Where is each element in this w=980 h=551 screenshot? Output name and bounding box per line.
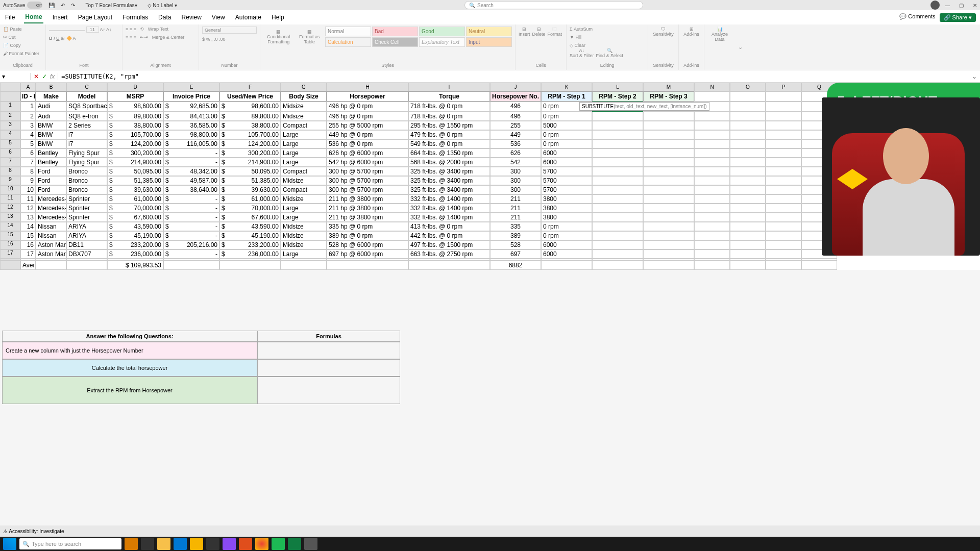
cell-hp[interactable]: 626 hp @ 6000 rpm [327,148,408,158]
cell-body[interactable]: Midsize [281,102,327,112]
row-header[interactable]: 6 [0,148,20,158]
taskbar-app-5[interactable] [190,538,203,550]
cell-make[interactable]: Bentley [36,158,66,167]
cell-hp[interactable]: 496 hp @ 0 rpm [327,112,408,121]
sort-filter-button[interactable]: A↓Sort & Filter [570,48,594,58]
cell-rpm1[interactable]: 5700 [541,185,592,194]
cell-empty[interactable] [730,91,766,102]
cell-empty[interactable] [730,112,766,121]
cell-empty[interactable] [766,91,801,102]
tab-pagelayout[interactable]: Page Layout [77,12,113,23]
cell-body[interactable]: Midsize [281,231,327,240]
autosave-control[interactable]: AutoSave Off [3,2,42,9]
cell-styles-gallery[interactable]: Normal Bad Good Neutral Calculation Chec… [325,27,512,47]
cell-empty[interactable] [766,261,801,270]
cell-empty[interactable] [541,261,592,270]
cell-usednew[interactable]: $300,200.00 [219,148,281,158]
row-header[interactable]: 9 [0,176,20,185]
table-header[interactable]: Torque [408,91,490,102]
tab-help[interactable]: Help [271,12,285,23]
cell-make[interactable]: BMW [36,139,66,148]
cell-invoice[interactable]: $38,640.00 [163,185,219,194]
worksheet-grid[interactable]: ABCDEFGHIJKLMNOPQID - KeyMakeModelMSRPIn… [0,83,980,270]
cell-empty[interactable] [730,102,766,112]
cell-hpn[interactable]: 211 [490,213,541,222]
cell-rpm1[interactable]: 0 rpm [541,112,592,121]
row-header[interactable]: 4 [0,130,20,139]
cell-rpm2[interactable] [592,112,643,121]
table-header[interactable]: RPM - Step 1 [541,91,592,102]
fill-button[interactable]: ▼ Fill [570,35,645,40]
merge-button[interactable]: ≡ ≡ ≡ ⇤⇥ Merge & Center [126,35,195,40]
cell-id[interactable]: 13 [20,213,36,222]
cell-hpn[interactable]: 389 [490,231,541,240]
cell-rpm2[interactable] [592,130,643,139]
cell-torque[interactable]: 718 ft-lbs. @ 0 rpm [408,102,490,112]
tab-automate[interactable]: Automate [234,12,262,23]
cell-id[interactable]: 17 [20,249,36,259]
cell-rpm3[interactable] [643,176,694,185]
cell-empty[interactable] [801,261,837,270]
cell-usednew[interactable]: $124,200.00 [219,139,281,148]
cell-empty[interactable] [766,204,801,213]
cell-rpm3[interactable] [643,112,694,121]
cell-id[interactable]: 12 [20,204,36,213]
column-header-M[interactable]: M [643,83,694,91]
column-header-A[interactable]: A [20,83,36,91]
cell-msrp[interactable]: 70,000.00 [107,204,163,213]
cell-torque[interactable]: 663 ft-lbs. @ 2750 rpm [408,249,490,259]
cell-make[interactable]: Ford [36,176,66,185]
column-header-I[interactable]: I [408,83,490,91]
cell-empty[interactable] [730,249,766,259]
cell-msrp[interactable]: 124,200.00 [107,139,163,148]
cell-make[interactable]: Mercedes- [36,213,66,222]
cell-rpm2[interactable] [592,176,643,185]
cell-empty[interactable] [730,176,766,185]
comments-button[interactable]: 💬 Comments [899,13,935,22]
cell-body[interactable]: Compact [281,167,327,176]
style-normal[interactable]: Normal [325,27,371,36]
cell-msrp[interactable]: 43,590.00 [107,222,163,231]
conditional-formatting-button[interactable]: ▦Conditional Formatting [263,29,293,44]
cell-id[interactable]: 16 [20,240,36,249]
answer-2[interactable] [257,359,400,377]
cell-empty[interactable] [592,261,643,270]
cell-empty[interactable] [766,102,801,112]
cell-empty[interactable] [694,139,730,148]
autosave-toggle[interactable]: Off [27,2,42,9]
cell-hpn[interactable]: 528 [490,240,541,249]
cell-rpm1[interactable]: 3800 [541,204,592,213]
cell-rpm1[interactable]: 5700 [541,176,592,185]
cell-empty[interactable] [694,158,730,167]
format-painter-button[interactable]: 🖌 Format Painter [3,51,42,56]
cancel-icon[interactable]: ✕ [34,73,39,80]
column-header-C[interactable]: C [66,83,107,91]
row-header[interactable]: 8 [0,167,20,176]
cell-body[interactable]: Compact [281,185,327,194]
cell-empty[interactable] [766,158,801,167]
maximize-button[interactable]: ▢ [959,3,964,8]
cell-body[interactable]: Large [281,213,327,222]
cell-rpm2[interactable] [592,231,643,240]
row-header[interactable]: 2 [0,112,20,121]
cell-model[interactable]: ARIYA [66,222,107,231]
cell-rpm3[interactable] [643,240,694,249]
cell-empty[interactable] [163,261,219,270]
cell-empty[interactable] [730,158,766,167]
cell-rpm1[interactable]: 6000 [541,249,592,259]
column-header-H[interactable]: H [327,83,408,91]
cell-invoice[interactable]: $- [163,148,219,158]
search-box[interactable]: 🔍 Search [464,1,643,9]
cell-usednew[interactable]: $67,600.00 [219,213,281,222]
cell-body[interactable]: Large [281,130,327,139]
cell-invoice[interactable]: $48,342.00 [163,167,219,176]
chevron-down-icon[interactable]: ▾ [135,3,137,8]
cell-model[interactable]: Flying Spur [66,158,107,167]
cell-rpm3[interactable] [643,249,694,259]
cell-model[interactable]: Sprinter [66,204,107,213]
cell-msrp[interactable]: 214,900.00 [107,158,163,167]
cell-empty[interactable] [219,261,281,270]
cell-empty[interactable] [694,167,730,176]
cell-msrp[interactable]: 105,700.00 [107,130,163,139]
cell-make[interactable]: Audi [36,112,66,121]
